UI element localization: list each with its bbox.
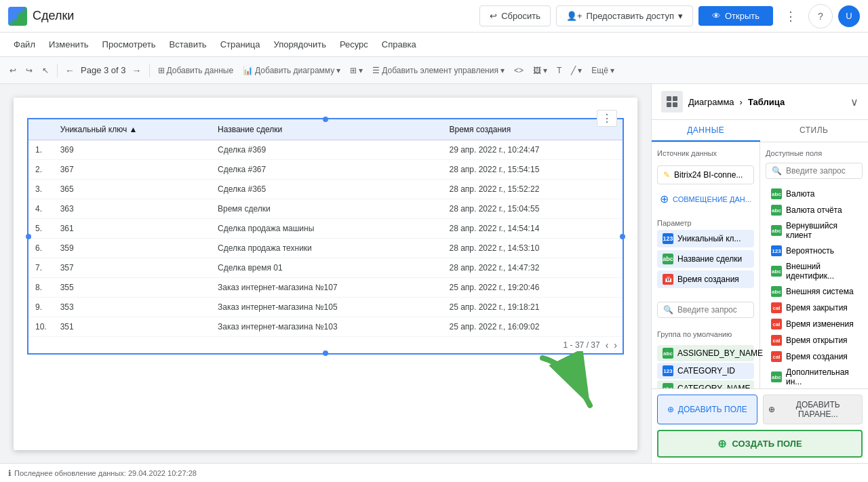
avail-field-icon-4: abc xyxy=(771,266,782,277)
line-button[interactable]: ╱ ▾ xyxy=(567,63,586,78)
avail-field-7[interactable]: cal Время изменения xyxy=(766,316,863,332)
next-page-button[interactable]: → xyxy=(129,62,145,79)
shapes-button[interactable]: ⊞ ▾ xyxy=(346,63,367,78)
add-chart-button[interactable]: 📊 Добавить диаграмму ▾ xyxy=(239,63,344,78)
row-name-4: Сделка продажа машины xyxy=(211,219,442,239)
share-button[interactable]: 👤+ Предоставить доступ ▾ xyxy=(556,5,693,26)
add-param-button[interactable]: ⊕ ДОБАВИТЬ ПАРАНЕ... xyxy=(763,395,863,424)
avail-search-box[interactable]: 🔍 xyxy=(766,163,863,179)
param-chip-2[interactable]: 📅 Время создания xyxy=(657,270,754,288)
menu-resource[interactable]: Ресурс xyxy=(334,37,374,52)
avail-field-label-6: Время закрытия xyxy=(786,303,848,313)
col-name[interactable]: Название сделки xyxy=(211,119,442,140)
avail-field-6[interactable]: cal Время закрытия xyxy=(766,300,863,316)
panel-tabs: ДАННЫЕ СТИЛЬ xyxy=(652,120,868,142)
add-field-button[interactable]: ⊕ ДОБАВИТЬ ПОЛЕ xyxy=(657,395,757,424)
col-key[interactable]: Уникальный ключ ▲ xyxy=(54,119,211,140)
table-widget[interactable]: ⋮ Уникальный ключ ▲ Название сделки Врем… xyxy=(27,118,624,355)
avail-field-label-3: Вероятность xyxy=(786,246,834,256)
menu-view[interactable]: Просмотреть xyxy=(97,37,161,52)
row-name-3: Время сделки xyxy=(211,199,442,219)
diagram-icon xyxy=(661,91,683,113)
left-search-input[interactable] xyxy=(677,305,748,315)
data-source-name: Bitrix24 BI-conne... xyxy=(674,170,743,180)
row-num-7: 8. xyxy=(28,278,54,298)
redo-button[interactable]: ↪ xyxy=(22,63,37,78)
group-fields-list: abc ASSIGNED_BY_NAME 123 CATEGORY_ID abc… xyxy=(657,345,754,388)
avail-field-icon-6: cal xyxy=(771,302,782,313)
group-field-0[interactable]: abc ASSIGNED_BY_NAME xyxy=(657,345,754,361)
row-key-8: 353 xyxy=(54,298,211,317)
avail-field-10[interactable]: abc Дополнительная ин... xyxy=(766,365,863,388)
avatar[interactable]: U xyxy=(838,5,860,27)
widget-menu-button[interactable]: ⋮ xyxy=(597,110,617,127)
param-chip-1[interactable]: abc Название сделки xyxy=(657,250,754,268)
code-button[interactable]: <> xyxy=(510,63,528,78)
menu-page[interactable]: Страница xyxy=(215,37,266,52)
add-field-icon: ⊕ xyxy=(667,405,674,414)
row-time-7: 25 апр. 2022 г., 19:20:46 xyxy=(442,278,623,298)
group-field-1[interactable]: 123 CATEGORY_ID xyxy=(657,363,754,379)
param-chip-0[interactable]: 123 Уникальный кл... xyxy=(657,230,754,247)
resize-handle-left[interactable] xyxy=(26,234,31,239)
group-field-2[interactable]: abc CATEGORY_NAME xyxy=(657,380,754,388)
menu-file[interactable]: Файл xyxy=(8,37,41,52)
row-key-5: 359 xyxy=(54,239,211,258)
tab-style[interactable]: СТИЛЬ xyxy=(760,120,869,142)
help-button[interactable]: ? xyxy=(808,4,833,28)
avail-field-9[interactable]: cal Время создания xyxy=(766,348,863,365)
prev-page-arrow[interactable]: ‹ xyxy=(606,340,609,350)
row-key-0: 369 xyxy=(54,140,211,160)
undo-button[interactable]: ↩ xyxy=(5,63,20,78)
avail-field-0[interactable]: abc Валюта xyxy=(766,186,863,202)
row-num-0: 1. xyxy=(28,140,54,160)
param-icon-1: abc xyxy=(663,254,673,264)
resize-handle-bottom[interactable] xyxy=(323,350,328,356)
resize-handle-right[interactable] xyxy=(620,234,625,239)
panel-collapse-button[interactable]: ∨ xyxy=(850,96,859,108)
table-row: 3. 365 Сделка #365 28 апр. 2022 г., 15:5… xyxy=(28,180,623,199)
open-button[interactable]: 👁 Открыть xyxy=(698,6,773,26)
data-source-card[interactable]: ✎ Bitrix24 BI-conne... xyxy=(657,165,754,184)
next-page-arrow[interactable]: › xyxy=(614,340,617,350)
pointer-button[interactable]: ↖ xyxy=(38,63,53,78)
svg-rect-4 xyxy=(667,102,671,107)
add-control-button[interactable]: ☰ Добавить элемент управления ▾ xyxy=(368,63,509,78)
param-name-2: Время создания xyxy=(677,275,739,284)
table-header-row: Уникальный ключ ▲ Название сделки Время … xyxy=(28,119,623,140)
avail-field-icon-9: cal xyxy=(771,351,782,362)
add-data-button[interactable]: ⊞ Добавить данные xyxy=(154,63,238,78)
page-info: Page 3 of 3 xyxy=(81,65,126,75)
avail-field-1[interactable]: abc Валюта отчёта xyxy=(766,202,863,218)
create-field-button[interactable]: ⊕ СОЗДАТЬ ПОЛЕ xyxy=(657,430,863,458)
more-options-button[interactable]: ⋮ xyxy=(778,4,803,28)
row-num-2: 3. xyxy=(28,180,54,199)
avail-field-2[interactable]: abc Вернувшийся клиент xyxy=(766,218,863,243)
row-num-5: 6. xyxy=(28,239,54,258)
add-blend-button[interactable]: ⊕ СОВМЕЩЕНИЕ ДАН... xyxy=(657,190,754,208)
image-button[interactable]: 🖼 ▾ xyxy=(529,63,551,78)
left-search-box[interactable]: 🔍 xyxy=(657,302,754,318)
search-section: 🔍 xyxy=(657,302,754,322)
tab-data[interactable]: ДАННЫЕ xyxy=(652,120,760,142)
col-time[interactable]: Время создания xyxy=(442,119,623,140)
menu-arrange[interactable]: Упорядочить xyxy=(269,37,332,52)
avail-field-3[interactable]: 123 Вероятность xyxy=(766,243,863,259)
table-row: 10. 351 Заказ интернет-магазина №103 25 … xyxy=(28,317,623,337)
prev-page-button[interactable]: ← xyxy=(62,62,78,79)
menu-edit[interactable]: Изменить xyxy=(43,37,94,52)
avail-field-4[interactable]: abc Внешний идентифик... xyxy=(766,259,863,283)
resize-handle-top[interactable] xyxy=(323,117,328,122)
breadcrumb-to: Таблица xyxy=(748,97,785,107)
text-button[interactable]: T xyxy=(553,63,566,78)
avail-search-input[interactable] xyxy=(786,166,856,176)
avail-field-8[interactable]: cal Время открытия xyxy=(766,332,863,348)
group-field-label-0: ASSIGNED_BY_NAME xyxy=(677,348,763,358)
menu-help[interactable]: Справка xyxy=(376,37,422,52)
status-icon: ℹ xyxy=(8,468,12,478)
more-toolbar-button[interactable]: Ещё ▾ xyxy=(587,63,618,78)
avail-field-5[interactable]: abc Внешняя система xyxy=(766,283,863,300)
menu-insert[interactable]: Вставить xyxy=(164,37,212,52)
reset-button[interactable]: ↩ Сбросить xyxy=(479,5,551,26)
separator-2 xyxy=(149,64,150,77)
